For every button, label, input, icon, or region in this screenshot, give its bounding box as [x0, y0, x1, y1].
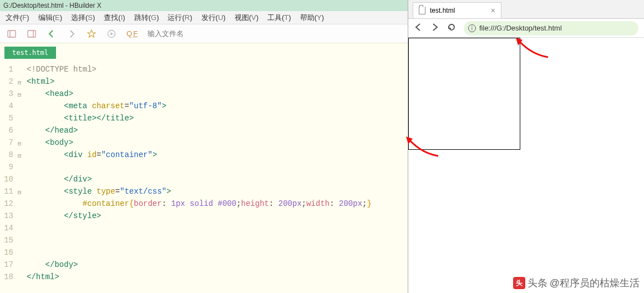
watermark: 头 头条 @程序员的枯燥生活 — [513, 276, 640, 290]
menu-g[interactable]: 跳转(G) — [131, 12, 163, 24]
file-icon — [419, 7, 425, 14]
toolbar: QF — [0, 24, 408, 43]
url-box[interactable]: i file:///G:/Desktop/test.html — [464, 21, 638, 36]
svg-marker-6 — [111, 32, 114, 36]
menu-i[interactable]: 查找(I) — [100, 12, 128, 24]
menu-s[interactable]: 选择(S) — [68, 12, 98, 24]
browser-viewport: 头 头条 @程序员的枯燥生活 — [408, 38, 644, 293]
browser-forward-icon[interactable] — [430, 23, 439, 33]
svg-rect-0 — [8, 31, 16, 37]
svg-marker-4 — [88, 30, 95, 37]
url-text: file:///G:/Desktop/test.html — [479, 24, 562, 32]
window-title: G:/Desktop/test.html - HBuilder X — [3, 2, 102, 9]
favorite-icon[interactable] — [87, 29, 97, 39]
menu-r[interactable]: 运行(R) — [164, 12, 195, 24]
menu-y[interactable]: 帮助(Y) — [297, 12, 327, 24]
menu-e[interactable]: 编辑(E) — [35, 12, 65, 24]
rendered-container-box — [408, 38, 520, 150]
watermark-handle: @程序员的枯燥生活 — [550, 276, 640, 290]
nav-back-icon[interactable] — [47, 29, 57, 39]
window-titlebar: G:/Desktop/test.html - HBuilder X — [0, 0, 408, 11]
browser-back-icon[interactable] — [414, 23, 423, 33]
browser-window: test.html × i file:///G:/Desktop/test.ht… — [408, 0, 644, 293]
info-icon[interactable]: i — [468, 24, 476, 32]
annotation-arrow-icon — [405, 137, 444, 160]
run-icon[interactable] — [107, 29, 116, 39]
menu-v[interactable]: 视图(V) — [231, 12, 262, 24]
tab-test-html[interactable]: test.html — [4, 47, 56, 59]
panel-toggle-left-icon[interactable] — [7, 29, 17, 39]
address-bar: i file:///G:/Desktop/test.html — [408, 19, 644, 38]
panel-toggle-right-icon[interactable] — [27, 29, 37, 39]
watermark-prefix: 头条 — [528, 276, 547, 290]
browser-tab-strip: test.html × — [408, 0, 644, 19]
toutiao-logo-icon: 头 — [513, 277, 525, 289]
browser-tab[interactable]: test.html × — [413, 2, 501, 18]
file-path-input[interactable] — [148, 29, 292, 38]
menu-bar: 文件(F)编辑(E)选择(S)查找(I)跳转(G)运行(R)发行(U)视图(V)… — [0, 11, 408, 24]
menu-t[interactable]: 工具(T) — [264, 12, 295, 24]
svg-rect-2 — [28, 31, 36, 37]
menu-f[interactable]: 文件(F) — [2, 12, 33, 24]
editor-window: G:/Desktop/test.html - HBuilder X 文件(F)编… — [0, 0, 408, 293]
code-editor[interactable]: 1234 5678 9101112 13141516 1718 <!DOCTYP… — [0, 59, 408, 293]
line-number-gutter: 1234 5678 9101112 13141516 1718 — [0, 63, 17, 293]
nav-forward-icon[interactable] — [67, 29, 77, 39]
editor-tab-strip: test.html — [0, 43, 408, 59]
code-area[interactable]: <!DOCTYPE html> <html> <head> <meta char… — [17, 63, 408, 293]
annotation-arrow-icon — [515, 38, 554, 62]
menu-u[interactable]: 发行(U) — [198, 12, 229, 24]
quick-find-icon[interactable]: QF — [126, 29, 138, 38]
close-icon[interactable]: × — [491, 6, 495, 15]
browser-reload-icon[interactable] — [447, 23, 456, 33]
browser-tab-title: test.html — [430, 7, 455, 14]
